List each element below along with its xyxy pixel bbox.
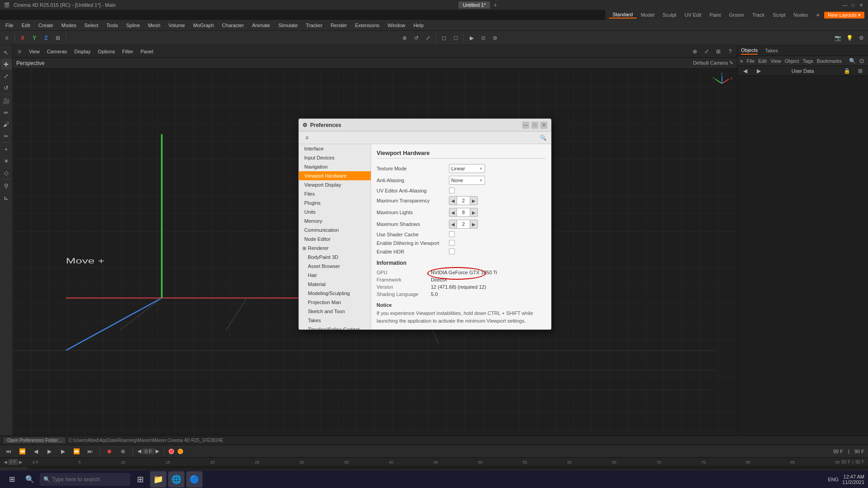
- toolbar-scale-icon[interactable]: ⤢: [423, 33, 433, 43]
- transport-record-icon[interactable]: ⏺: [104, 446, 114, 456]
- pref-nav-navigation[interactable]: Navigation: [299, 162, 371, 171]
- menu-mesh[interactable]: Mesh: [145, 22, 164, 29]
- search-btn[interactable]: 🔍: [22, 471, 38, 488]
- transport-next-key[interactable]: ⏩: [71, 446, 81, 456]
- rp-lock-icon[interactable]: 🔒: [842, 66, 852, 76]
- pref-nav-modeling-sculpting[interactable]: Modeling/Sculpting: [299, 289, 371, 298]
- toolbar-rotate-icon[interactable]: ↺: [411, 33, 421, 43]
- pref-menu-icon[interactable]: ≡: [302, 133, 311, 142]
- pref-max-trans-inc[interactable]: ▶: [470, 196, 477, 205]
- pref-search-icon[interactable]: 🔍: [538, 133, 547, 142]
- pref-aa-select[interactable]: None ▼: [449, 176, 485, 185]
- menu-character[interactable]: Character: [218, 22, 247, 29]
- vp-help-icon[interactable]: ?: [725, 47, 735, 56]
- pref-max-shadows-dec[interactable]: ◀: [449, 220, 457, 229]
- tab-add-btn[interactable]: +: [491, 1, 499, 9]
- pref-nav-renderer[interactable]: ⊞Renderer: [299, 244, 371, 253]
- tool-select[interactable]: ↖: [1, 47, 12, 58]
- rp-menu-icon[interactable]: ≡: [740, 56, 743, 66]
- rp-search-icon[interactable]: 🔍: [849, 56, 856, 66]
- taskbar-chrome[interactable]: 🔵: [186, 471, 203, 488]
- vp-expand-icon[interactable]: ⤢: [702, 47, 712, 56]
- pref-nav-takes[interactable]: Takes: [299, 316, 371, 325]
- toolbar-obj-icon[interactable]: ⬡: [451, 33, 461, 43]
- toolbar-render2-icon[interactable]: ⊙: [478, 33, 488, 43]
- vp-options[interactable]: Options: [95, 48, 118, 55]
- vp-panel[interactable]: Panel: [138, 48, 156, 55]
- new-layouts-btn[interactable]: New Layouts ▾: [824, 12, 864, 19]
- frame-left-btn[interactable]: ◀: [137, 448, 141, 454]
- toolbar-x-icon[interactable]: X: [18, 33, 28, 43]
- panel-tab-objects[interactable]: Objects: [741, 47, 758, 55]
- tool-sculpt[interactable]: 🖌: [1, 119, 12, 130]
- pref-nav-timeline-spline[interactable]: Timeline/Spline Gadget: [299, 325, 371, 329]
- tool-camera[interactable]: 🎥: [1, 95, 12, 106]
- pref-nav-material[interactable]: Material: [299, 280, 371, 289]
- menu-render[interactable]: Render: [327, 22, 350, 29]
- menu-extensions[interactable]: Extensions: [351, 22, 383, 29]
- tool-rotate[interactable]: ↺: [1, 82, 12, 93]
- open-pref-folder-btn[interactable]: Open Preferences Folder...: [4, 437, 65, 443]
- pref-max-lights-dec[interactable]: ◀: [449, 208, 457, 217]
- start-btn[interactable]: ⊞: [4, 471, 20, 488]
- taskbar-file-explorer[interactable]: 📁: [150, 471, 166, 488]
- toolbar-z-icon[interactable]: Z: [41, 33, 51, 43]
- tool-light[interactable]: ☀: [1, 155, 12, 166]
- vp-display[interactable]: Display: [71, 48, 93, 55]
- menu-mograph[interactable]: MoGraph: [189, 22, 217, 29]
- pref-nav-asset-browser[interactable]: Asset Browser: [299, 262, 371, 271]
- frame-right-btn[interactable]: ▶: [156, 448, 159, 454]
- pref-max-lights-inc[interactable]: ▶: [470, 208, 477, 217]
- menu-simulate[interactable]: Simulate: [275, 22, 302, 29]
- pref-nav-viewport-display[interactable]: Viewport Display: [299, 180, 371, 189]
- pref-nav-interface[interactable]: Interface: [299, 144, 371, 153]
- pref-nav-hair[interactable]: Hair: [299, 271, 371, 280]
- layout-tab-uv[interactable]: UV Edit: [681, 12, 705, 18]
- tl-frame-val[interactable]: 0 F: [8, 459, 18, 465]
- rp-fwd-icon[interactable]: ▶: [754, 66, 764, 76]
- pref-nav-node-editor[interactable]: Node Editor: [299, 235, 371, 244]
- pref-nav-input-devices[interactable]: Input Devices: [299, 153, 371, 162]
- rp-bookmarks[interactable]: Bookmarks: [817, 58, 842, 64]
- tl-frame-right[interactable]: ▶: [19, 460, 23, 465]
- transport-next-frame[interactable]: ▶: [58, 446, 68, 456]
- close-btn[interactable]: ✕: [858, 2, 864, 8]
- pref-max-shadows-inc[interactable]: ▶: [470, 220, 477, 229]
- rp-object[interactable]: Object: [785, 58, 799, 64]
- rp-back-icon[interactable]: ◀: [740, 66, 750, 76]
- toolbar-select-icon[interactable]: ◻: [439, 33, 449, 43]
- current-frame[interactable]: 0 F: [142, 448, 155, 455]
- tool-gravity[interactable]: ⊾: [1, 192, 12, 203]
- toolbar-modes-icon[interactable]: ≡: [2, 33, 12, 43]
- transport-prev-frame[interactable]: ◀: [31, 446, 41, 456]
- pref-maximize-btn[interactable]: □: [531, 122, 538, 129]
- menu-tracker[interactable]: Tracker: [302, 22, 326, 29]
- vp-cameras[interactable]: Cameras: [44, 48, 70, 55]
- vp-enhance-icon[interactable]: ⊕: [690, 47, 700, 56]
- toolbar-snap-icon[interactable]: ⊞: [53, 33, 63, 43]
- pref-shader-cache-checkbox[interactable]: [449, 231, 455, 237]
- tool-move[interactable]: ✛: [1, 59, 12, 70]
- pref-max-lights-val[interactable]: 8: [457, 208, 470, 217]
- menu-window[interactable]: Window: [384, 22, 409, 29]
- transport-play[interactable]: ▶: [44, 446, 54, 456]
- taskbar-task-view[interactable]: ⊞: [132, 471, 148, 488]
- tool-add[interactable]: +: [1, 144, 12, 155]
- rp-edit[interactable]: Edit: [758, 58, 767, 64]
- layout-tab-standard[interactable]: Standard: [609, 11, 637, 19]
- vp-filter[interactable]: Filter: [119, 48, 136, 55]
- menu-create[interactable]: Create: [35, 22, 57, 29]
- layout-tab-track[interactable]: Track: [749, 12, 768, 18]
- pref-max-trans-dec[interactable]: ◀: [449, 196, 457, 205]
- menu-modes[interactable]: Modes: [58, 22, 80, 29]
- toolbar-y-icon[interactable]: Y: [29, 33, 39, 43]
- transport-start[interactable]: ⏮: [4, 446, 14, 456]
- rp-layout-icon[interactable]: ⊞: [855, 66, 865, 76]
- pref-nav-viewport-hardware[interactable]: Viewport Hardware: [299, 171, 371, 180]
- layout-add-icon[interactable]: +: [816, 11, 820, 19]
- toolbar-move-icon[interactable]: ⊕: [400, 33, 410, 43]
- toolbar-settings-icon[interactable]: ⚙: [856, 33, 866, 43]
- transport-end[interactable]: ⏭: [85, 446, 95, 456]
- rp-tags[interactable]: Tags: [803, 58, 813, 64]
- tool-paint[interactable]: ✏: [1, 107, 12, 118]
